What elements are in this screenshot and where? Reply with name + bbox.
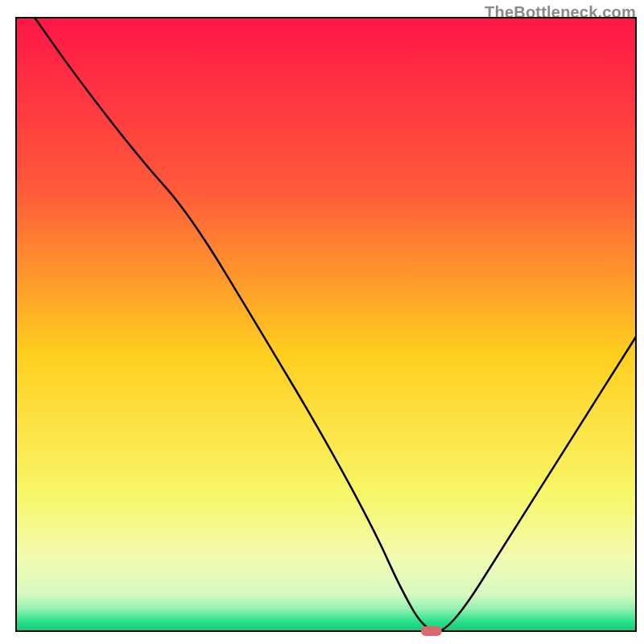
chart-stage: TheBottleneck.com (0, 0, 644, 644)
plot-gradient-bg (16, 18, 636, 631)
bottleneck-chart (0, 0, 644, 644)
optimal-marker (421, 626, 442, 636)
